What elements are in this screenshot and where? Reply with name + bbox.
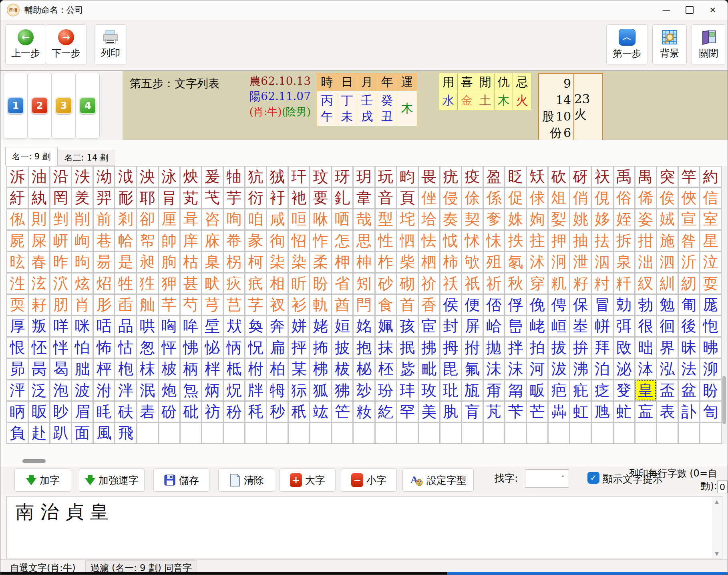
char-cell[interactable]: 泭 <box>94 380 114 400</box>
char-cell[interactable]: 咺 <box>289 209 309 229</box>
char-cell[interactable]: 前 <box>94 209 114 229</box>
char-cell[interactable]: 拄 <box>527 231 547 251</box>
char-cell[interactable]: 怴 <box>440 231 461 251</box>
add-char-button[interactable]: 加字 <box>14 468 71 492</box>
char-cell[interactable]: 泱 <box>137 167 158 187</box>
char-cell[interactable]: 砆 <box>115 402 136 422</box>
char-cell[interactable]: 勀 <box>614 295 634 315</box>
char-cell[interactable]: 屎 <box>29 231 49 251</box>
char-cell[interactable]: 姰 <box>527 209 547 229</box>
char-cell[interactable]: 矧 <box>354 273 374 294</box>
char-cell[interactable]: 春 <box>29 252 49 272</box>
char-cell[interactable]: 剉 <box>50 209 71 229</box>
clear-button[interactable]: 清除 <box>218 468 275 492</box>
char-cell[interactable]: 紆 <box>7 188 28 208</box>
char-cell[interactable]: 恨 <box>7 338 28 358</box>
char-cell[interactable]: 沸 <box>570 359 591 379</box>
char-cell[interactable]: 罕 <box>397 402 418 422</box>
step-1-button[interactable]: 1 <box>4 73 28 139</box>
char-cell[interactable]: 釓 <box>332 188 352 208</box>
char-cell[interactable]: 庠 <box>181 231 201 251</box>
char-cell[interactable]: 抾 <box>592 231 612 251</box>
char-cell[interactable]: 星 <box>700 231 721 251</box>
char-cell[interactable]: 姿 <box>635 209 656 229</box>
char-cell[interactable]: 怬 <box>397 231 418 251</box>
char-cell[interactable]: 泌 <box>614 359 634 379</box>
char-cell[interactable]: 㹜 <box>224 316 244 336</box>
char-cell[interactable]: 姝 <box>505 209 526 229</box>
char-cell[interactable]: 玩 <box>376 167 396 187</box>
char-cell[interactable]: 枺 <box>137 359 158 379</box>
char-cell[interactable]: 趴 <box>50 423 71 443</box>
char-cell[interactable]: 柴 <box>397 252 418 272</box>
char-cell[interactable]: 眊 <box>94 402 114 422</box>
char-cell[interactable]: 狋 <box>289 380 309 400</box>
char-cell[interactable]: 泳 <box>159 167 179 187</box>
char-cell[interactable]: 泂 <box>549 252 569 272</box>
char-cell[interactable]: 柭 <box>332 359 352 379</box>
char-cell[interactable]: 孩 <box>397 316 418 336</box>
char-cell[interactable]: 柢 <box>224 359 244 379</box>
background-button[interactable]: 背景 <box>652 24 687 64</box>
char-cell[interactable]: 拍 <box>527 338 547 358</box>
char-cell[interactable]: 姴 <box>549 209 569 229</box>
char-cell[interactable]: 姮 <box>332 316 352 336</box>
char-cell[interactable]: 卻 <box>137 209 158 229</box>
char-cell[interactable]: 香 <box>419 295 439 315</box>
char-cell[interactable]: 泯 <box>137 380 158 400</box>
char-cell[interactable]: 罔 <box>50 188 71 208</box>
char-cell[interactable]: 昡 <box>7 252 28 272</box>
char-cell[interactable]: 炾 <box>224 380 244 400</box>
char-cell[interactable]: 秋 <box>505 273 526 294</box>
char-cell[interactable]: 垞 <box>397 209 418 229</box>
char-cell[interactable]: 砑 <box>570 167 591 187</box>
char-cell[interactable]: 祅 <box>440 273 461 294</box>
char-cell[interactable]: 盼 <box>310 273 331 294</box>
char-cell[interactable]: 封 <box>440 316 461 336</box>
char-cell[interactable]: 牳 <box>267 380 288 400</box>
char-cell[interactable]: 彖 <box>245 231 266 251</box>
big-font-button[interactable]: + 大字 <box>280 468 336 492</box>
char-cell[interactable]: 怱 <box>137 338 158 358</box>
char-cell[interactable]: 約 <box>700 167 721 187</box>
char-cell[interactable]: 俔 <box>592 188 612 208</box>
char-cell[interactable]: 疫 <box>462 167 483 187</box>
char-cell[interactable]: 昢 <box>635 338 656 358</box>
char-cell[interactable]: 姳 <box>354 316 374 336</box>
char-cell[interactable]: 柫 <box>310 359 331 379</box>
char-cell[interactable]: 哂 <box>332 209 352 229</box>
char-cell[interactable]: 泓 <box>657 359 678 379</box>
minimize-button[interactable]: — <box>655 1 678 19</box>
char-cell[interactable]: 咶 <box>94 316 114 336</box>
char-cell[interactable]: 狨 <box>267 167 288 187</box>
char-cell[interactable]: 泗 <box>657 252 678 272</box>
char-cell[interactable]: 厘 <box>159 209 179 229</box>
char-cell[interactable]: 侯 <box>440 295 461 315</box>
set-font-button[interactable]: A 設定字型 <box>402 468 474 492</box>
char-cell[interactable]: 思 <box>354 231 374 251</box>
char-cell[interactable]: 欨 <box>462 252 483 272</box>
char-cell[interactable]: 俅 <box>527 188 547 208</box>
char-cell[interactable]: 衍 <box>245 188 266 208</box>
char-cell[interactable]: 俖 <box>484 295 504 315</box>
char-cell[interactable]: 俆 <box>462 188 483 208</box>
tab-name1[interactable]: 名一: 9 劃 <box>5 147 58 166</box>
char-cell[interactable]: 保 <box>570 295 591 315</box>
char-cell[interactable]: 咰 <box>224 209 244 229</box>
char-cell[interactable]: 粁 <box>614 273 634 294</box>
char-cell[interactable]: 眉 <box>72 402 93 422</box>
char-cell[interactable]: 音 <box>376 188 396 208</box>
char-cell[interactable]: 芒 <box>527 402 547 422</box>
char-cell[interactable]: 牰 <box>224 167 244 187</box>
char-cell[interactable]: 籹 <box>354 402 374 422</box>
char-cell[interactable]: 怲 <box>224 338 244 358</box>
char-cell[interactable]: 巷 <box>94 231 114 251</box>
char-cell[interactable]: 弭 <box>614 316 634 336</box>
char-cell[interactable]: 泝 <box>7 167 28 187</box>
char-cell[interactable]: 泉 <box>614 252 634 272</box>
char-cell[interactable]: 沬 <box>484 359 504 379</box>
char-cell[interactable]: 垕 <box>202 316 223 336</box>
char-cell[interactable]: 怌 <box>29 338 49 358</box>
char-cell[interactable]: 姪 <box>614 209 634 229</box>
char-cell[interactable]: 首 <box>397 295 418 315</box>
